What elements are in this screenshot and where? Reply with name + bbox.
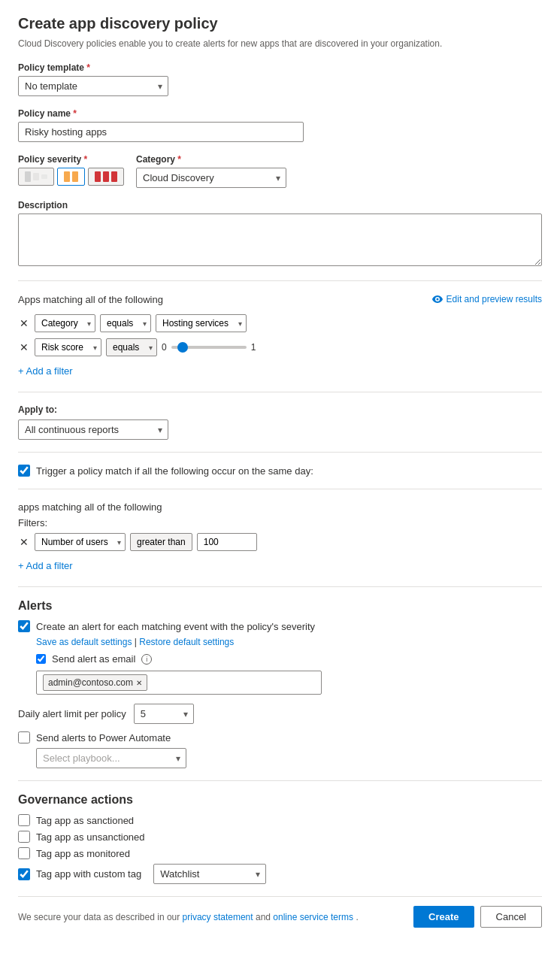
severity-med-bar1	[64, 171, 70, 182]
gov-action-1-label: Tag app as sanctioned	[36, 815, 134, 826]
restore-default-link[interactable]: Restore default settings	[139, 637, 234, 647]
filter-field-2-wrapper: Risk score	[35, 338, 101, 356]
policy-name-label: Policy name	[18, 108, 542, 119]
send-alert-row: Send alert as email i	[36, 653, 542, 665]
terms-link[interactable]: online service terms	[273, 912, 353, 922]
alerts-section: Alerts Create an alert for each matching…	[18, 599, 542, 768]
footer-text: We secure your data as described in our …	[18, 912, 359, 922]
playbook-select-wrapper: Select playbook...	[36, 748, 186, 768]
policy-severity-section: Policy severity	[18, 154, 124, 186]
severity-group	[18, 168, 124, 186]
filter-row-1: ✕ Category equals Hosting services	[18, 314, 542, 332]
severity-low-bar3	[41, 174, 47, 179]
cancel-button[interactable]: Cancel	[480, 906, 542, 928]
severity-medium-btn[interactable]	[57, 168, 85, 186]
daily-limit-row: Daily alert limit per policy 5 1 2 3 10 …	[18, 704, 542, 724]
category-section: Category Cloud Discovery	[136, 154, 542, 188]
divider-4	[18, 489, 542, 489]
send-alert-email-label: Send alert as email	[52, 653, 135, 665]
footer-and: and	[256, 912, 273, 922]
page-title: Create app discovery policy	[18, 15, 542, 32]
save-default-link[interactable]: Save as default settings	[36, 637, 132, 647]
filter-remove-1[interactable]: ✕	[18, 317, 30, 329]
risk-score-slider[interactable]	[171, 346, 247, 349]
governance-header: Governance actions	[18, 793, 542, 807]
gov-action-1-checkbox[interactable]	[18, 814, 30, 826]
edit-preview-link[interactable]: Edit and preview results	[431, 293, 542, 305]
gov-action-3-row: Tag app as monitored	[18, 847, 542, 859]
severity-high-bar2	[103, 171, 109, 182]
power-automate-checkbox[interactable]	[18, 731, 30, 743]
email-tag: admin@contoso.com ✕	[43, 674, 147, 691]
email-tag-container[interactable]: admin@contoso.com ✕	[36, 671, 322, 695]
apply-to-label: Apply to:	[18, 404, 542, 415]
daily-limit-select-wrapper: 5 1 2 3 10 20	[134, 704, 194, 724]
filter-field-1[interactable]: Category	[35, 314, 95, 332]
apps-filter-field-wrapper: Number of users	[35, 533, 126, 551]
custom-tag-select-wrapper: Watchlist	[153, 864, 266, 884]
gov-action-4-label: Tag app with custom tag	[36, 868, 141, 880]
send-alert-info-icon[interactable]: i	[141, 654, 152, 665]
create-alert-checkbox[interactable]	[18, 620, 30, 632]
save-restore-links: Save as default settings | Restore defau…	[36, 637, 542, 647]
apps-filter-row-1: ✕ Number of users greater than	[18, 533, 542, 551]
create-button[interactable]: Create	[413, 906, 474, 928]
footer-period: .	[356, 912, 358, 922]
filter-row-2: ✕ Risk score equals 0 1	[18, 338, 542, 356]
description-section: Description	[18, 200, 542, 268]
custom-tag-select[interactable]: Watchlist	[153, 864, 266, 884]
playbook-select[interactable]: Select playbook...	[36, 748, 186, 768]
description-label: Description	[18, 200, 542, 210]
eye-icon	[431, 293, 443, 305]
filters-header-row: Apps matching all of the following Edit …	[18, 293, 542, 305]
divider-6	[18, 780, 542, 781]
filter-operator-1[interactable]: equals	[100, 314, 151, 332]
privacy-link[interactable]: privacy statement	[183, 912, 253, 922]
trigger-checkbox[interactable]	[18, 465, 30, 477]
gov-action-4-checkbox[interactable]	[18, 868, 30, 880]
category-select[interactable]: Cloud Discovery	[136, 168, 286, 188]
gov-action-4-row: Tag app with custom tag Watchlist	[18, 864, 542, 884]
filter-value-1-wrapper: Hosting services	[156, 314, 247, 332]
policy-name-input[interactable]	[18, 122, 304, 142]
severity-med-bar2	[72, 171, 78, 182]
daily-limit-select[interactable]: 5 1 2 3 10 20	[134, 704, 194, 724]
apps-matching-section: apps matching all of the following Filte…	[18, 501, 542, 574]
footer-buttons: Create Cancel	[413, 906, 542, 928]
page-title-section: Create app discovery policy Cloud Discov…	[18, 15, 542, 49]
email-tag-value: admin@contoso.com	[48, 677, 133, 688]
severity-low-bar	[25, 171, 31, 182]
apps-filter-field[interactable]: Number of users	[35, 533, 126, 551]
add-filter-1-container: + Add a filter	[18, 362, 542, 380]
send-alert-email-checkbox[interactable]	[36, 654, 46, 664]
filter-operator-1-wrapper: equals	[100, 314, 151, 332]
description-textarea[interactable]	[18, 214, 542, 266]
filter-value-1[interactable]: Hosting services	[156, 314, 247, 332]
trigger-label: Trigger a policy match if all the follow…	[36, 465, 313, 477]
add-filter-2-btn[interactable]: + Add a filter	[18, 557, 73, 574]
gov-action-3-checkbox[interactable]	[18, 847, 30, 859]
filter-field-2[interactable]: Risk score	[35, 338, 101, 356]
apps-filter-remove-1[interactable]: ✕	[18, 536, 30, 548]
gov-action-2-label: Tag app as unsanctioned	[36, 831, 145, 843]
filter-operator-2[interactable]: equals	[106, 338, 157, 356]
add-filter-1-btn[interactable]: + Add a filter	[18, 362, 73, 380]
apps-filter-value[interactable]	[197, 533, 257, 551]
create-alert-label: Create an alert for each matching event …	[36, 621, 315, 632]
slider-max-value: 1	[251, 342, 256, 353]
daily-limit-label: Daily alert limit per policy	[18, 708, 126, 719]
gov-action-1-row: Tag app as sanctioned	[18, 814, 542, 826]
filter-remove-2[interactable]: ✕	[18, 341, 30, 353]
policy-template-label: Policy template	[18, 62, 542, 73]
apply-to-select-wrapper: All continuous reports	[18, 419, 168, 440]
policy-template-select[interactable]: No template	[18, 76, 168, 96]
apps-filter-operator[interactable]: greater than	[130, 533, 192, 551]
apps-matching-header: Apps matching all of the following	[18, 294, 163, 305]
email-tag-remove[interactable]: ✕	[136, 679, 142, 687]
gov-action-2-checkbox[interactable]	[18, 831, 30, 843]
severity-high-btn[interactable]	[88, 168, 124, 186]
severity-low-btn[interactable]	[18, 168, 54, 186]
apply-to-select[interactable]: All continuous reports	[18, 419, 168, 440]
slider-min-value: 0	[162, 342, 167, 353]
page-subtitle: Cloud Discovery policies enable you to c…	[18, 38, 542, 49]
